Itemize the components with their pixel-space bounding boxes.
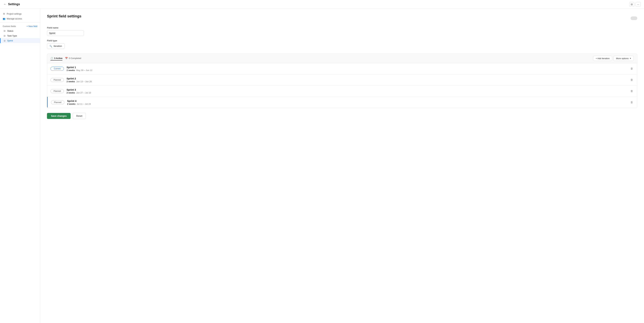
delete-sprint-button[interactable]: 🗑 [630,100,634,104]
sidebar-item-sprint[interactable]: ◎ Sprint [0,38,40,43]
duration-label: 2 weeks [66,80,75,83]
main-content: Sprint field settings Field name Field t… [40,9,644,323]
iterations-header: 🕐 3 Active 📅 0 Completed + Add iteration… [47,54,637,63]
calendar-icon: 📅 [65,57,68,59]
add-iteration-button[interactable]: + Add iteration [593,56,612,61]
duration-label: 2 weeks [67,103,76,105]
delete-sprint-button[interactable]: 🗑 [630,66,634,71]
status-field-label: Status [7,30,14,32]
sprint-row: Planned Sprint 4 2 weeks Jul 11 – Jul 24… [47,97,637,108]
sprint-status-badge: Planned [50,89,64,93]
custom-fields-label: Custom fields [3,25,16,27]
field-type-button[interactable]: 🔍 Iteration [47,43,64,49]
toggle-button[interactable] [630,16,637,20]
sidebar-item-status[interactable]: ⊟ Status [0,28,40,33]
sidebar-item-project-settings[interactable]: ⚙ Project settings [0,11,40,16]
search-icon: 🔍 [50,45,52,47]
sprint-name: Sprint 4 [67,99,627,102]
more-options-button[interactable]: More options ▼ [614,56,634,61]
main-layout: ⚙ Project settings 👥 Manage access Custo… [0,9,644,323]
section-title: Sprint field settings [47,14,81,18]
sprint-row: Planned Sprint 2 2 weeks Jun 13 – Jun 26… [47,74,637,86]
reset-button[interactable]: Reset [72,113,86,119]
sprint-status-badge: Planned [50,78,64,82]
sidebar-custom-fields-header: Custom fields + New field [0,24,40,28]
page-title: Settings [8,2,20,6]
sprint-duration: 2 weeks Jun 13 – Jun 26 [66,80,627,83]
sprint-status-badge: Planned [51,100,64,104]
sprint-status-badge: Current [50,67,64,71]
sprint-info: Sprint 2 2 weeks Jun 13 – Jun 26 [66,77,627,83]
chevron-down-icon: ▼ [630,57,631,59]
sprint-row: Current Sprint 1 2 weeks May 30 – Jun 12… [47,63,637,74]
delete-sprint-button[interactable]: 🗑 [630,78,634,82]
footer-actions: Save changes Reset [47,113,637,119]
sprint-field-icon: ◎ [3,39,6,42]
sprint-name: Sprint 3 [66,88,627,91]
clock-icon: 🕐 [50,57,53,59]
sprint-field-label: Sprint [7,39,13,42]
sprint-row: Planned Sprint 3 2 weeks Jun 27 – Jul 10… [47,86,637,97]
field-name-input[interactable] [47,30,84,36]
iterations-header-right: + Add iteration More options ▼ [593,56,634,61]
field-type-label: Field type [47,39,637,42]
sprint-info: Sprint 1 2 weeks May 30 – Jun 12 [66,66,627,71]
back-button[interactable]: ← [3,2,6,6]
layout-icon-button[interactable]: ⊟ [629,2,634,7]
delete-sprint-button[interactable]: 🗑 [630,89,634,93]
sprint-info: Sprint 3 2 weeks Jun 27 – Jul 10 [66,88,627,94]
new-field-button[interactable]: + New field [26,25,38,27]
save-changes-button[interactable]: Save changes [47,113,70,119]
sidebar-project-settings-label: Project settings [7,12,22,15]
sprint-duration: 2 weeks Jun 27 – Jul 10 [66,91,627,94]
sprint-name: Sprint 1 [66,66,627,69]
header-right: ⊟ ··· [629,2,641,7]
tab-completed[interactable]: 📅 0 Completed [65,56,81,60]
sprint-name: Sprint 2 [66,77,627,80]
completed-count-label: 0 Completed [69,57,81,59]
sprint-duration: 2 weeks May 30 – Jun 12 [66,69,627,71]
date-range: May 30 – Jun 12 [76,69,92,71]
top-header: ← Settings ⊟ ··· [0,0,644,9]
sidebar-item-manage-access[interactable]: 👥 Manage access [0,16,40,21]
more-options-label: More options [616,57,628,60]
sidebar-divider [0,22,40,23]
sidebar: ⚙ Project settings 👥 Manage access Custo… [0,9,40,323]
iterations-header-left: 🕐 3 Active 📅 0 Completed [50,56,81,60]
status-field-icon: ⊟ [3,30,6,32]
date-range: Jul 11 – Jul 24 [77,103,91,105]
more-options-header-button[interactable]: ··· [636,2,641,7]
header-left: ← Settings [3,2,20,6]
sprint-info: Sprint 4 2 weeks Jul 11 – Jul 24 [67,99,627,105]
duration-label: 2 weeks [66,69,75,71]
date-range: Jun 27 – Jul 10 [76,91,91,94]
field-name-label: Field name [47,26,637,29]
date-range: Jun 13 – Jun 26 [76,80,92,83]
sidebar-item-task-type[interactable]: ⊟ Task Type [0,33,40,38]
task-type-field-label: Task Type [7,34,17,37]
sidebar-manage-access-label: Manage access [7,17,22,20]
manage-access-icon: 👥 [3,17,5,20]
sprint-list: Current Sprint 1 2 weeks May 30 – Jun 12… [47,63,637,108]
duration-label: 2 weeks [66,91,75,94]
tab-active[interactable]: 🕐 3 Active [50,56,62,60]
sprint-duration: 2 weeks Jul 11 – Jul 24 [67,103,627,105]
active-count-label: 3 Active [54,57,62,59]
task-type-field-icon: ⊟ [3,34,6,37]
project-settings-icon: ⚙ [3,12,5,15]
iterations-panel: 🕐 3 Active 📅 0 Completed + Add iteration… [47,54,637,108]
field-type-value: Iteration [54,45,62,47]
